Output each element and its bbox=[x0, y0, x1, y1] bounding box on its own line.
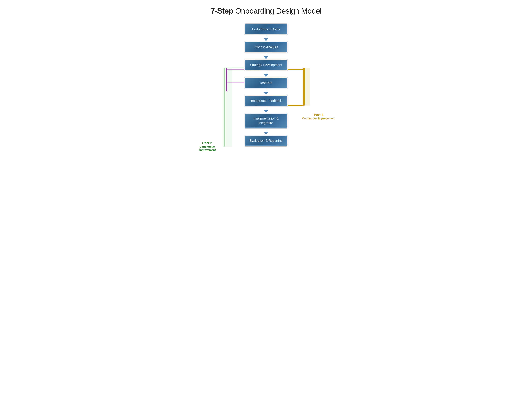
part1-subtitle: Continuous Improvement bbox=[302, 117, 335, 120]
step-3-item: Strategy Development bbox=[244, 59, 288, 71]
arrow-2 bbox=[264, 56, 268, 59]
step-2-wrapper: Process Analysis bbox=[244, 41, 288, 53]
step-4-item: Test Run bbox=[244, 77, 288, 89]
step-7-wrapper: Evaluation & Reporting bbox=[244, 135, 288, 147]
step-5-box: Incorporate Feedback bbox=[245, 96, 287, 106]
step-6-label: Implementation & Integration bbox=[253, 117, 279, 125]
line-1 bbox=[266, 35, 266, 38]
step-1-wrapper: Performance Goals bbox=[244, 23, 288, 35]
connector-2-3 bbox=[264, 53, 268, 59]
step-7-label: Evaluation & Reporting bbox=[249, 139, 283, 142]
step-1-item: Performance Goals bbox=[244, 23, 288, 35]
line-2 bbox=[266, 53, 266, 56]
part2-subtitle: Continuous Improvement bbox=[197, 145, 218, 152]
step-1-box: Performance Goals bbox=[245, 24, 287, 34]
title-regular: Onboarding Design Model bbox=[233, 7, 322, 15]
svg-rect-11 bbox=[303, 68, 310, 105]
title-bold: 7-Step bbox=[210, 7, 233, 15]
step-2-box: Process Analysis bbox=[245, 42, 287, 52]
step-4-label: Test Run bbox=[260, 81, 272, 85]
svg-rect-10 bbox=[303, 68, 305, 105]
page-container: 7-Step Onboarding Design Model bbox=[193, 6, 339, 147]
step-2-item: Process Analysis bbox=[244, 41, 288, 53]
line-6 bbox=[266, 129, 266, 132]
line-4 bbox=[266, 89, 266, 92]
step-4-box: Test Run bbox=[245, 78, 287, 88]
part1-label: Part 1 Continuous Improvement bbox=[302, 113, 335, 120]
step-2-label: Process Analysis bbox=[254, 45, 278, 49]
step-1-label: Performance Goals bbox=[252, 28, 280, 31]
step-7-box: Evaluation & Reporting bbox=[245, 136, 287, 146]
line-3 bbox=[266, 71, 266, 74]
step-5-wrapper: Incorporate Feedback bbox=[244, 95, 288, 107]
diagram-area: Part 1 Continuous Improvement Part 2 Con… bbox=[193, 23, 339, 147]
step-5-label: Incorporate Feedback bbox=[250, 99, 282, 103]
connector-1-2 bbox=[264, 35, 268, 41]
svg-rect-0 bbox=[223, 68, 232, 147]
line-5 bbox=[266, 107, 266, 110]
connector-3-4 bbox=[264, 71, 268, 77]
step-3-box: Strategy Development bbox=[245, 60, 287, 70]
connector-6-7 bbox=[264, 129, 268, 135]
part1-title: Part 1 bbox=[302, 113, 335, 117]
connector-4-5 bbox=[264, 89, 268, 95]
step-5-item: Incorporate Feedback bbox=[244, 95, 288, 107]
arrow-4 bbox=[264, 92, 268, 95]
arrow-5 bbox=[264, 110, 268, 113]
step-6-item: Implementation & Integration bbox=[244, 113, 288, 129]
step-3-label: Strategy Development bbox=[250, 63, 282, 67]
part2-label: Part 2 Continuous Improvement bbox=[197, 141, 218, 152]
arrow-6 bbox=[264, 132, 268, 135]
step-6-wrapper: Implementation & Integration bbox=[244, 113, 288, 129]
page-title: 7-Step Onboarding Design Model bbox=[193, 6, 339, 15]
step-4-wrapper: Test Run bbox=[244, 77, 288, 89]
step-3-wrapper: Strategy Development bbox=[244, 59, 288, 71]
svg-rect-5 bbox=[226, 68, 227, 91]
steps-column: Performance Goals Process Analysis bbox=[244, 23, 288, 147]
step-7-item: Evaluation & Reporting bbox=[244, 135, 288, 147]
part2-title: Part 2 bbox=[197, 141, 218, 145]
arrow-3 bbox=[264, 74, 268, 77]
connector-5-6 bbox=[264, 107, 268, 113]
arrow-1 bbox=[264, 38, 268, 41]
step-6-box: Implementation & Integration bbox=[245, 114, 287, 128]
